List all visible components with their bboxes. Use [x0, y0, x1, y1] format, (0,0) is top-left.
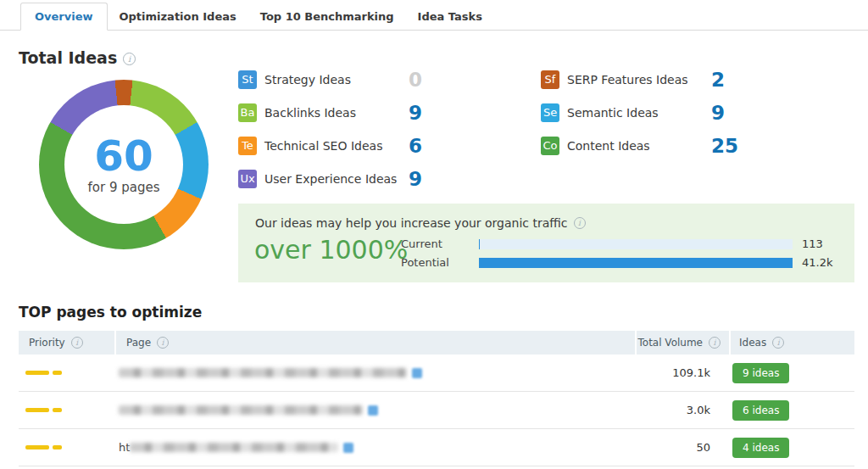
- masked-url-link[interactable]: [119, 405, 363, 415]
- volume-header-label: Total Volume: [638, 337, 703, 349]
- top-pages-table: Priorityi Pagei Total Volumei Ideasi 109…: [19, 331, 854, 466]
- external-link-icon[interactable]: [368, 405, 378, 416]
- priority-bar: [25, 371, 62, 375]
- donut-center-value: 60: [94, 135, 153, 177]
- total-ideas-donut-chart: 60 for 9 pages: [39, 80, 209, 249]
- ideas-button[interactable]: 9 ideas: [732, 363, 789, 383]
- legend-label: Semantic Ideas: [567, 106, 711, 120]
- tab-idea-tasks[interactable]: Idea Tasks: [406, 3, 494, 30]
- total-ideas-heading: Total Ideasi: [19, 48, 136, 67]
- ideas-cell: 9 ideas: [729, 363, 854, 383]
- info-icon[interactable]: i: [157, 337, 169, 349]
- potential-bar-fill: [479, 258, 793, 268]
- potential-bar-track: [479, 258, 793, 268]
- legend-column-left: St Strategy Ideas 0 Ba Backlinks Ideas 9…: [238, 63, 422, 195]
- page-header-label: Page: [126, 337, 151, 349]
- legend-count: 9: [711, 102, 725, 124]
- technical-seo-badge-icon: Te: [238, 137, 257, 155]
- priority-cell: [19, 445, 114, 449]
- legend-label: SERP Features Ideas: [567, 73, 711, 87]
- page-cell: [114, 368, 635, 378]
- column-header-ideas: Ideasi: [729, 331, 854, 355]
- current-bar-value: 113: [802, 237, 853, 250]
- bar-label-potential: Potential: [401, 256, 479, 269]
- traffic-increase-value: over 1000%: [254, 235, 408, 265]
- legend-label: User Experience Ideas: [264, 172, 409, 186]
- content-badge-icon: Co: [541, 137, 559, 155]
- legend-count: 6: [409, 135, 422, 157]
- external-link-icon[interactable]: [412, 368, 422, 378]
- info-icon[interactable]: i: [709, 337, 721, 349]
- priority-bar: [25, 408, 62, 412]
- external-link-icon[interactable]: [343, 443, 353, 453]
- potential-traffic-bar-row: Potential 41.2k: [401, 256, 853, 269]
- legend-label: Strategy Ideas: [264, 73, 409, 87]
- tab-bar: Overview Optimization Ideas Top 10 Bench…: [0, 0, 868, 31]
- serp-features-badge-icon: Sf: [541, 70, 559, 89]
- info-icon[interactable]: i: [772, 337, 784, 349]
- info-icon[interactable]: i: [574, 217, 586, 229]
- column-header-priority: Priorityi: [19, 331, 114, 355]
- ideas-cell: 6 ideas: [729, 400, 854, 421]
- donut-hole: 60 for 9 pages: [64, 105, 183, 224]
- priority-cell: [19, 408, 114, 412]
- masked-url-link[interactable]: [130, 443, 338, 452]
- ideas-button[interactable]: 4 ideas: [732, 438, 789, 458]
- ideas-button[interactable]: 6 ideas: [732, 400, 789, 421]
- potential-bar-value: 41.2k: [802, 256, 853, 269]
- legend-label: Backlinks Ideas: [264, 106, 409, 120]
- total-volume-cell: 3.0k: [635, 404, 729, 416]
- column-header-total-volume: Total Volumei: [635, 331, 729, 355]
- strategy-badge-icon: St: [238, 70, 257, 89]
- legend-item-content: Co Content Ideas 25: [541, 129, 738, 162]
- info-icon[interactable]: i: [123, 53, 136, 65]
- ideas-header-label: Ideas: [739, 337, 766, 349]
- tab-optimization-ideas[interactable]: Optimization Ideas: [108, 3, 248, 30]
- info-icon[interactable]: i: [71, 337, 83, 349]
- current-bar-track: [479, 239, 793, 249]
- legend-label: Content Ideas: [567, 139, 711, 153]
- bar-label-current: Current: [401, 237, 479, 250]
- legend-item-serp-features: Sf SERP Features Ideas 2: [541, 63, 738, 96]
- backlinks-badge-icon: Ba: [238, 103, 257, 122]
- organic-traffic-banner: Our ideas may help you increase your org…: [238, 204, 854, 282]
- table-row: 3.0k 6 ideas: [19, 392, 854, 429]
- legend-item-technical-seo: Te Technical SEO Ideas 6: [238, 129, 422, 162]
- priority-header-label: Priority: [29, 337, 65, 349]
- table-row: ht 50 4 ideas: [19, 429, 854, 466]
- priority-bar: [25, 445, 62, 449]
- priority-cell: [19, 371, 114, 375]
- column-header-page: Pagei: [114, 331, 635, 355]
- total-ideas-title: Total Ideas: [19, 48, 117, 67]
- legend-label: Technical SEO Ideas: [264, 139, 409, 153]
- donut-center-label: for 9 pages: [88, 180, 160, 195]
- total-volume-cell: 50: [635, 441, 729, 454]
- table-row: 109.1k 9 ideas: [19, 355, 854, 392]
- legend-item-user-experience: Ux User Experience Ideas 9: [238, 162, 422, 195]
- legend-count: 9: [409, 102, 422, 124]
- ideas-cell: 4 ideas: [729, 438, 854, 458]
- legend-count: 25: [711, 135, 738, 157]
- page-cell: ht: [114, 441, 635, 454]
- banner-heading-text: Our ideas may help you increase your org…: [255, 216, 568, 230]
- tab-top-10-benchmarking[interactable]: Top 10 Benchmarking: [248, 3, 406, 30]
- total-volume-cell: 109.1k: [635, 366, 729, 379]
- legend-column-right: Sf SERP Features Ideas 2 Se Semantic Ide…: [541, 63, 738, 162]
- masked-url-link[interactable]: [119, 368, 407, 377]
- legend-count: 0: [409, 69, 422, 91]
- legend-item-strategy: St Strategy Ideas 0: [238, 63, 422, 96]
- tab-overview[interactable]: Overview: [20, 3, 108, 31]
- legend-item-semantic: Se Semantic Ideas 9: [541, 96, 738, 129]
- table-header: Priorityi Pagei Total Volumei Ideasi: [19, 331, 854, 355]
- banner-title: Our ideas may help you increase your org…: [255, 216, 586, 230]
- legend-item-backlinks: Ba Backlinks Ideas 9: [238, 96, 422, 129]
- page-cell: [114, 405, 635, 416]
- user-experience-badge-icon: Ux: [238, 170, 257, 188]
- current-bar-fill: [479, 239, 480, 249]
- legend-count: 9: [409, 168, 422, 190]
- semantic-badge-icon: Se: [541, 103, 559, 122]
- legend-count: 2: [711, 69, 725, 91]
- current-traffic-bar-row: Current 113: [401, 237, 853, 250]
- top-pages-heading: TOP pages to optimize: [19, 304, 202, 321]
- url-prefix: ht: [119, 441, 130, 454]
